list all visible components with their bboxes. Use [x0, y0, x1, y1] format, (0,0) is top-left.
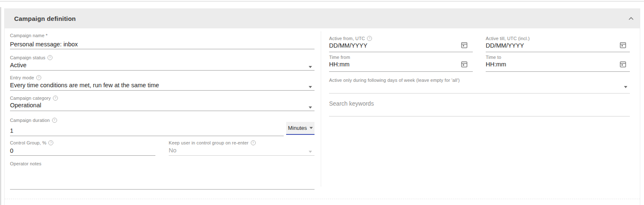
campaign-editor-screen: Campaign definition Campaign name * Pers…: [0, 0, 644, 205]
campaign-duration-underline: [10, 136, 284, 136]
chevron-down-icon: [310, 127, 313, 129]
operator-notes-label: Operator notes: [10, 161, 41, 166]
entry-mode-label: Entry mode ?: [10, 75, 41, 80]
campaign-status-label: Campaign status ?: [10, 55, 52, 60]
duration-unit-value: Minutes: [288, 125, 307, 131]
help-icon[interactable]: ?: [367, 36, 372, 41]
time-to-underline: [486, 71, 630, 72]
calendar-icon[interactable]: [619, 61, 627, 68]
time-from-underline: [329, 71, 473, 72]
campaign-duration-label: Campaign duration ?: [10, 118, 57, 123]
active-from-date-input[interactable]: DD/MM/YYYY: [329, 42, 367, 49]
active-till-underline: [486, 52, 630, 52]
chevron-down-icon[interactable]: [309, 66, 312, 68]
entry-mode-select[interactable]: Every time conditions are met, run few a…: [10, 82, 159, 89]
calendar-icon[interactable]: [619, 41, 627, 48]
operator-notes-underline: [10, 189, 315, 190]
control-group-label: Control Group, % ?: [10, 140, 53, 145]
campaign-name-underline: [10, 49, 315, 49]
campaign-category-underline: [10, 111, 315, 111]
calendar-icon[interactable]: [461, 41, 468, 48]
time-to-label: Time to: [486, 55, 501, 60]
chevron-down-icon: [309, 151, 312, 153]
help-icon[interactable]: ?: [48, 140, 53, 145]
time-from-input[interactable]: HH:mm: [329, 61, 349, 68]
panel-title: Campaign definition: [14, 15, 76, 22]
search-keywords-input[interactable]: [329, 99, 630, 116]
section-dashed-divider: [5, 199, 640, 199]
top-divider: [0, 1, 644, 2]
left-edge-strip: [0, 7, 1, 205]
entry-mode-underline: [10, 90, 315, 91]
campaign-category-select[interactable]: Operational: [10, 102, 41, 109]
help-icon[interactable]: ?: [53, 96, 58, 101]
keep-user-label: Keep user in control group on re-enter ?: [169, 140, 256, 145]
column-divider: [321, 31, 321, 187]
active-till-date-input[interactable]: DD/MM/YYYY: [486, 42, 524, 49]
collapse-panel-button[interactable]: [627, 15, 635, 22]
campaign-duration-input[interactable]: 1: [10, 127, 13, 134]
campaign-status-select[interactable]: Active: [10, 62, 27, 68]
active-from-label: Active from, UTC ?: [329, 36, 372, 41]
active-from-underline: [329, 52, 473, 52]
control-group-input[interactable]: 0: [10, 147, 13, 154]
panel-header[interactable]: [4, 8, 640, 28]
search-keywords-underline: [329, 116, 630, 116]
operator-notes-textarea[interactable]: [10, 167, 315, 189]
chevron-up-icon: [628, 17, 634, 20]
time-from-label: Time from: [329, 55, 350, 60]
help-icon[interactable]: ?: [47, 55, 52, 60]
help-icon[interactable]: ?: [36, 75, 41, 80]
chevron-down-icon[interactable]: [624, 86, 627, 88]
keep-user-select: No: [169, 147, 177, 154]
active-till-label: Active till, UTC (incl.): [486, 36, 530, 41]
calendar-icon[interactable]: [461, 61, 468, 68]
campaign-name-label: Campaign name *: [10, 33, 47, 38]
days-of-week-underline: [329, 93, 630, 94]
control-group-underline: [10, 155, 155, 156]
help-icon[interactable]: ?: [52, 118, 57, 123]
campaign-category-label: Campaign category ?: [10, 96, 58, 101]
campaign-name-input[interactable]: Personal message: inbox: [10, 41, 78, 48]
campaign-status-underline: [10, 70, 315, 71]
chevron-down-icon[interactable]: [309, 86, 312, 88]
days-of-week-select[interactable]: [329, 82, 630, 93]
time-to-input[interactable]: HH:mm: [486, 61, 506, 68]
duration-unit-select[interactable]: Minutes: [286, 122, 315, 135]
keep-user-underline: [169, 155, 315, 156]
chevron-down-icon[interactable]: [309, 106, 312, 109]
help-icon[interactable]: ?: [251, 140, 256, 145]
